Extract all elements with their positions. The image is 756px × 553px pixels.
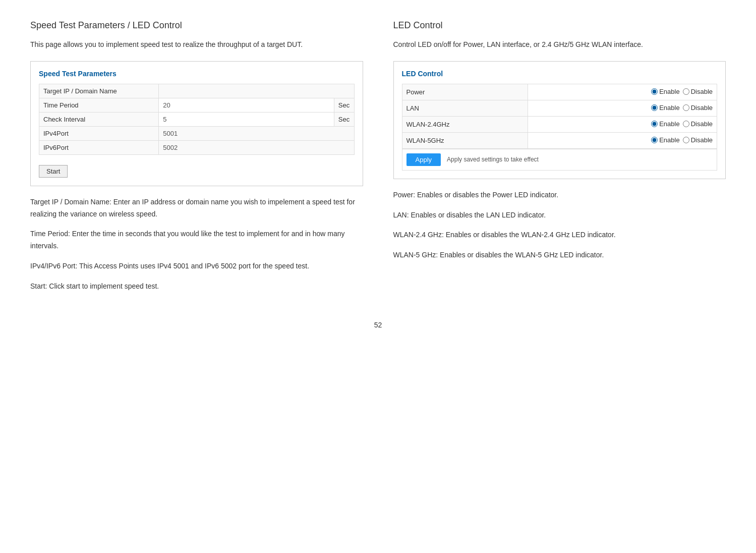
param-label-3: IPv4Port xyxy=(39,126,159,140)
left-desc-3: Start: Click start to implement speed te… xyxy=(30,281,363,293)
params-table: Target IP / Domain NameTime PeriodSecChe… xyxy=(39,84,355,155)
led-radio-group-3[interactable]: Enable Disable xyxy=(651,136,713,144)
led-disable-radio-2[interactable] xyxy=(683,121,689,127)
led-label-1: LAN xyxy=(402,100,528,116)
led-enable-label-2[interactable]: Enable xyxy=(651,120,679,128)
apply-row: Apply Apply saved settings to take effec… xyxy=(402,149,717,170)
led-controls-0: Enable Disable xyxy=(528,84,717,100)
led-disable-label-2[interactable]: Disable xyxy=(683,120,713,128)
left-section-title: Speed Test Parameters / LED Control xyxy=(30,20,363,31)
right-descriptions: Power: Enables or disables the Power LED… xyxy=(393,189,726,261)
param-label-0: Target IP / Domain Name xyxy=(39,84,159,98)
speed-test-form-box: Speed Test Parameters Target IP / Domain… xyxy=(30,61,363,186)
right-intro: Control LED on/off for Power, LAN interf… xyxy=(393,39,726,51)
page-footer: 52 xyxy=(30,321,726,329)
led-disable-label-3[interactable]: Disable xyxy=(683,136,713,144)
param-value-2[interactable] xyxy=(159,112,334,126)
param-value-4[interactable] xyxy=(159,140,354,154)
apply-button[interactable]: Apply xyxy=(406,153,441,166)
param-value-3[interactable] xyxy=(159,126,354,140)
right-desc-2: WLAN-2.4 GHz: Enables or disables the WL… xyxy=(393,229,726,241)
apply-note: Apply saved settings to take effect xyxy=(447,156,539,163)
led-label-0: Power xyxy=(402,84,528,100)
led-controls-1: Enable Disable xyxy=(528,100,717,116)
param-input-0[interactable] xyxy=(163,87,350,95)
led-disable-label-1[interactable]: Disable xyxy=(683,104,713,112)
led-disable-radio-3[interactable] xyxy=(683,137,689,143)
led-disable-label-0[interactable]: Disable xyxy=(683,88,713,95)
left-desc-0: Target IP / Domain Name: Enter an IP add… xyxy=(30,196,363,220)
led-radio-group-1[interactable]: Enable Disable xyxy=(651,104,713,112)
led-enable-label-1[interactable]: Enable xyxy=(651,104,679,112)
led-disable-radio-0[interactable] xyxy=(683,88,689,95)
right-desc-0: Power: Enables or disables the Power LED… xyxy=(393,189,726,201)
page-number: 52 xyxy=(374,321,382,329)
start-button[interactable]: Start xyxy=(39,165,68,178)
led-radio-group-0[interactable]: Enable Disable xyxy=(651,88,713,95)
param-unit-2: Sec xyxy=(334,112,354,126)
param-label-1: Time Period xyxy=(39,98,159,112)
led-enable-radio-0[interactable] xyxy=(651,88,658,95)
param-input-2[interactable] xyxy=(163,116,329,123)
led-form-title: LED Control xyxy=(402,70,718,78)
right-desc-3: WLAN-5 GHz: Enables or disables the WLAN… xyxy=(393,249,726,261)
param-input-4[interactable] xyxy=(163,144,350,151)
speed-test-form-title: Speed Test Parameters xyxy=(39,70,355,78)
led-radio-group-2[interactable]: Enable Disable xyxy=(651,120,713,128)
right-column: LED Control Control LED on/off for Power… xyxy=(393,20,726,301)
left-intro: This page allows you to implement speed … xyxy=(30,39,363,51)
param-label-2: Check Interval xyxy=(39,112,159,126)
left-descriptions: Target IP / Domain Name: Enter an IP add… xyxy=(30,196,363,293)
param-unit-1: Sec xyxy=(334,98,354,112)
left-column: Speed Test Parameters / LED Control This… xyxy=(30,20,363,301)
left-desc-2: IPv4/IPv6 Port: This Access Points uses … xyxy=(30,260,363,272)
led-disable-radio-1[interactable] xyxy=(683,104,689,111)
left-desc-1: Time Period: Enter the time in seconds t… xyxy=(30,228,363,252)
led-label-2: WLAN-2.4GHz xyxy=(402,116,528,132)
param-input-1[interactable] xyxy=(163,101,329,109)
led-table: Power Enable DisableLAN Enable DisableWL… xyxy=(402,84,718,171)
led-controls-2: Enable Disable xyxy=(528,116,717,132)
led-control-form-box: LED Control Power Enable DisableLAN Enab… xyxy=(393,61,726,179)
param-input-3[interactable] xyxy=(163,130,350,137)
led-controls-3: Enable Disable xyxy=(528,132,717,148)
led-label-3: WLAN-5GHz xyxy=(402,132,528,148)
led-enable-label-3[interactable]: Enable xyxy=(651,136,679,144)
led-enable-label-0[interactable]: Enable xyxy=(651,88,679,95)
right-desc-1: LAN: Enables or disables the LAN LED ind… xyxy=(393,209,726,222)
led-enable-radio-3[interactable] xyxy=(651,137,658,143)
param-label-4: IPv6Port xyxy=(39,140,159,154)
led-enable-radio-1[interactable] xyxy=(651,104,658,111)
led-enable-radio-2[interactable] xyxy=(651,121,658,127)
param-value-1[interactable] xyxy=(159,98,334,112)
param-value-0[interactable] xyxy=(159,84,354,98)
right-section-title: LED Control xyxy=(393,20,726,31)
